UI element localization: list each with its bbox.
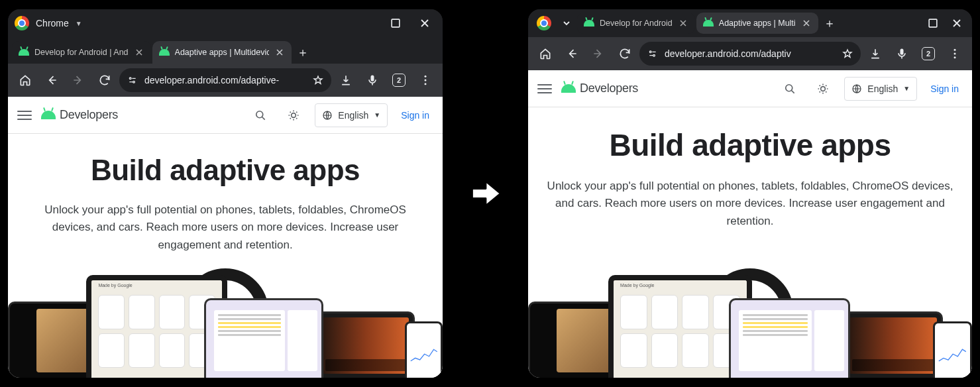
svg-point-4 — [425, 76, 427, 78]
tab-label: Develop for Android | And — [34, 48, 129, 57]
search-icon[interactable] — [248, 103, 272, 127]
hamburger-icon[interactable] — [537, 84, 552, 93]
laptop-caption: Made by Google — [620, 283, 654, 288]
device-wide-display — [844, 311, 943, 378]
developers-logo[interactable]: Developers — [561, 82, 638, 95]
language-selector[interactable]: English ▼ — [315, 103, 388, 127]
device-tablet-dark — [528, 302, 622, 378]
app-menu-caret-icon[interactable] — [557, 12, 576, 34]
close-tab-icon[interactable] — [678, 18, 688, 28]
menu-button[interactable] — [943, 42, 967, 66]
chevron-down-icon: ▼ — [903, 85, 910, 92]
language-label: English — [867, 83, 898, 94]
menu-button[interactable] — [413, 68, 437, 92]
browser-window-left: Chrome ▼ Develop for Android | And Adapt… — [8, 9, 443, 378]
svg-point-18 — [821, 86, 826, 91]
app-menu-caret-icon[interactable]: ▼ — [76, 20, 82, 27]
svg-point-7 — [256, 111, 263, 117]
theme-toggle-icon[interactable] — [811, 77, 835, 101]
close-tab-icon[interactable] — [274, 47, 285, 58]
brand-text: Developers — [60, 108, 118, 122]
svg-point-11 — [649, 51, 651, 53]
mic-button[interactable] — [890, 42, 914, 66]
laptop-caption: Made by Google — [98, 283, 132, 288]
hero-body: Unlock your app's full potential on phon… — [545, 178, 955, 230]
device-phone — [933, 321, 972, 378]
url-text: developer.android.com/adaptiv — [665, 48, 836, 59]
developers-logo[interactable]: Developers — [41, 108, 118, 122]
brand-text: Developers — [580, 82, 638, 95]
device-tablet-light — [729, 298, 850, 378]
svg-rect-3 — [371, 76, 374, 82]
language-selector[interactable]: English ▼ — [844, 77, 917, 101]
page-content: Developers English ▼ Sign in Build adapt… — [528, 70, 972, 378]
mic-button[interactable] — [360, 68, 384, 92]
back-button[interactable] — [40, 68, 64, 92]
android-icon — [159, 49, 170, 56]
home-button[interactable] — [13, 68, 37, 92]
tab-adaptive[interactable]: Adaptive apps | Multidevic — [152, 41, 292, 64]
site-header: Developers English ▼ Sign in — [8, 97, 443, 134]
toolbar: developer.android.com/adaptiv 2 — [528, 37, 972, 70]
svg-point-14 — [954, 49, 956, 51]
hero-body: Unlock your app's full potential on phon… — [24, 201, 427, 254]
svg-rect-0 — [392, 19, 400, 27]
globe-icon — [322, 110, 333, 121]
chevron-down-icon: ▼ — [374, 111, 380, 119]
maximize-button[interactable] — [922, 12, 944, 34]
signin-link[interactable]: Sign in — [397, 110, 433, 121]
tab-label: Adaptive apps | Multidevic — [175, 48, 269, 57]
tab-count-button[interactable]: 2 — [387, 68, 411, 92]
close-button[interactable] — [413, 12, 436, 34]
bookmark-icon[interactable] — [842, 48, 853, 59]
signin-link[interactable]: Sign in — [926, 83, 963, 94]
search-icon[interactable] — [778, 77, 802, 101]
site-settings-icon[interactable] — [127, 75, 138, 85]
android-icon — [703, 20, 714, 27]
url-text: developer.android.com/adaptive- — [144, 75, 306, 85]
svg-point-6 — [425, 83, 427, 85]
site-header: Developers English ▼ Sign in — [528, 70, 972, 107]
forward-button[interactable] — [66, 68, 90, 92]
bookmark-icon[interactable] — [313, 75, 323, 85]
tab-develop[interactable]: Develop for Android — [577, 13, 695, 34]
tab-label: Adaptive apps | Multi — [719, 19, 796, 28]
transition-arrow — [463, 175, 509, 212]
android-icon — [561, 84, 576, 93]
tab-count-badge: 2 — [392, 74, 406, 87]
maximize-button[interactable] — [384, 12, 407, 34]
tab-label: Develop for Android — [600, 19, 673, 28]
forward-button[interactable] — [586, 42, 610, 66]
android-icon — [41, 111, 56, 119]
address-bar[interactable]: developer.android.com/adaptive- — [119, 68, 331, 92]
home-button[interactable] — [533, 42, 557, 66]
browser-window-right: Develop for Android Adaptive apps | Mult… — [528, 9, 972, 378]
new-tab-button[interactable]: ＋ — [293, 42, 313, 62]
theme-toggle-icon[interactable] — [282, 103, 305, 127]
new-tab-button[interactable]: ＋ — [820, 13, 840, 33]
tab-adaptive[interactable]: Adaptive apps | Multi — [696, 13, 818, 34]
reload-button[interactable] — [93, 68, 117, 92]
tab-develop[interactable]: Develop for Android | And — [12, 41, 151, 64]
language-label: English — [338, 110, 368, 121]
address-bar[interactable]: developer.android.com/adaptiv — [639, 42, 861, 66]
hamburger-icon[interactable] — [17, 111, 32, 120]
svg-point-12 — [653, 54, 655, 56]
download-button[interactable] — [334, 68, 358, 92]
svg-rect-13 — [900, 49, 904, 55]
svg-point-16 — [954, 56, 956, 58]
device-tablet-light — [204, 298, 323, 378]
close-tab-icon[interactable] — [801, 18, 812, 28]
tab-count-button[interactable]: 2 — [916, 42, 940, 66]
tabstrip: Develop for Android | And Adaptive apps … — [8, 37, 443, 64]
download-button[interactable] — [863, 42, 887, 66]
close-button[interactable] — [946, 12, 968, 34]
svg-point-8 — [292, 113, 296, 117]
reload-button[interactable] — [613, 42, 637, 66]
close-tab-icon[interactable] — [134, 47, 144, 58]
svg-rect-10 — [929, 19, 937, 27]
android-icon — [584, 20, 594, 27]
site-settings-icon[interactable] — [647, 48, 658, 59]
android-icon — [19, 49, 29, 56]
back-button[interactable] — [560, 42, 584, 66]
